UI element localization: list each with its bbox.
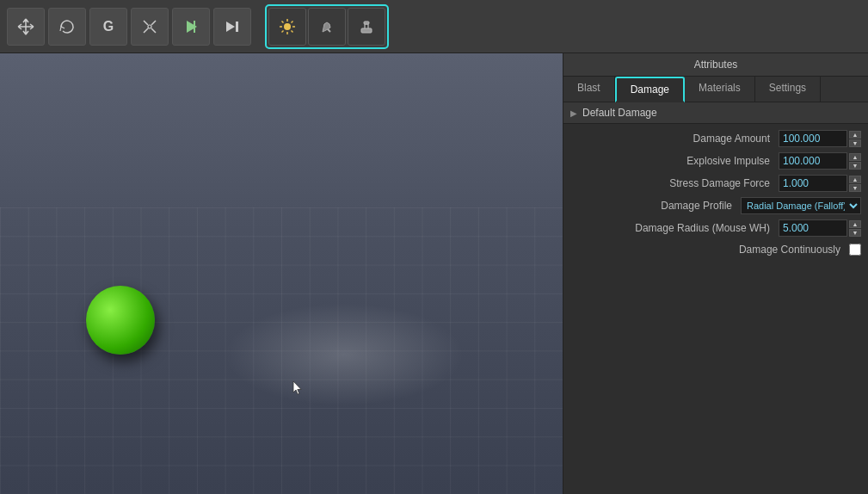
attributes-tabs: Blast Damage Materials Settings — [563, 77, 868, 102]
stamp-tool-button[interactable] — [348, 8, 385, 46]
attributes-title: Attributes — [694, 59, 738, 71]
checkbox-damage-continuously[interactable] — [849, 244, 861, 256]
svg-line-12 — [292, 21, 293, 22]
svg-rect-15 — [364, 22, 369, 24]
viewport[interactable] — [0, 53, 563, 494]
spin-dn-explosive-impulse[interactable]: ▼ — [849, 162, 861, 170]
spin-up-damage-amount[interactable]: ▲ — [849, 131, 861, 139]
svg-line-13 — [282, 30, 284, 32]
spin-dn-damage-amount[interactable]: ▼ — [849, 139, 861, 147]
field-damage-radius: Damage Radius (Mouse WH) ▲ ▼ — [563, 217, 868, 239]
spin-up-stress-damage-force[interactable]: ▲ — [849, 176, 861, 183]
green-sphere — [86, 286, 155, 355]
input-wrap-damage-amount: ▲ ▼ — [779, 130, 861, 147]
input-damage-radius[interactable] — [779, 219, 847, 237]
spin-up-explosive-impulse[interactable]: ▲ — [849, 153, 861, 161]
transform-tool-button[interactable] — [131, 8, 169, 46]
svg-marker-1 — [187, 21, 197, 33]
label-damage-radius: Damage Radius (Mouse WH) — [570, 222, 779, 234]
field-damage-amount: Damage Amount ▲ ▼ — [563, 127, 868, 150]
tab-materials[interactable]: Materials — [685, 77, 755, 102]
attribute-fields: Damage Amount ▲ ▼ Explosive Impulse — [563, 124, 868, 263]
input-wrap-damage-profile: Radial Damage (Falloff) Uniform Damage D… — [741, 197, 861, 214]
svg-rect-14 — [361, 28, 372, 33]
spin-damage-radius: ▲ ▼ — [849, 220, 861, 237]
spin-stress-damage-force: ▲ ▼ — [849, 176, 861, 192]
section-header-default-damage: ▶ Default Damage — [563, 102, 868, 124]
field-stress-damage-force: Stress Damage Force ▲ ▼ — [563, 172, 868, 195]
input-wrap-damage-continuously — [849, 244, 861, 256]
attributes-header: Attributes — [563, 53, 868, 77]
tab-settings[interactable]: Settings — [755, 77, 821, 102]
tab-blast[interactable]: Blast — [563, 77, 615, 102]
svg-line-11 — [292, 30, 293, 32]
label-damage-continuously: Damage Continuously — [570, 244, 849, 256]
input-wrap-stress-damage-force: ▲ ▼ — [779, 175, 861, 192]
tab-damage[interactable]: Damage — [615, 77, 685, 102]
scale-tool-button[interactable]: G — [89, 8, 127, 46]
input-explosive-impulse[interactable] — [779, 152, 847, 170]
field-damage-continuously: Damage Continuously — [563, 239, 868, 260]
input-damage-amount[interactable] — [779, 130, 847, 147]
label-damage-profile: Damage Profile — [570, 200, 741, 212]
svg-line-10 — [282, 21, 284, 22]
play-button[interactable] — [172, 8, 210, 46]
toolbar: G — [0, 0, 868, 53]
svg-rect-4 — [236, 22, 238, 32]
label-stress-damage-force: Stress Damage Force — [570, 177, 779, 189]
spin-dn-stress-damage-force[interactable]: ▼ — [849, 184, 861, 192]
attributes-panel: Attributes Blast Damage Materials Settin… — [563, 53, 868, 494]
section-arrow-icon: ▶ — [570, 108, 577, 118]
rotate-tool-button[interactable] — [48, 8, 86, 46]
sun-tool-button[interactable] — [268, 8, 306, 46]
move-tool-button[interactable] — [7, 8, 45, 46]
field-explosive-impulse: Explosive Impulse ▲ ▼ — [563, 150, 868, 172]
svg-rect-2 — [194, 21, 195, 33]
main-area: Attributes Blast Damage Materials Settin… — [0, 53, 868, 494]
spin-dn-damage-radius[interactable]: ▼ — [849, 229, 861, 237]
input-wrap-damage-radius: ▲ ▼ — [779, 219, 861, 237]
select-damage-profile[interactable]: Radial Damage (Falloff) Uniform Damage D… — [741, 197, 861, 214]
svg-marker-3 — [226, 22, 235, 32]
input-stress-damage-force[interactable] — [779, 175, 847, 192]
svg-point-0 — [148, 25, 151, 28]
section-title: Default Damage — [582, 107, 657, 119]
skip-forward-button[interactable] — [213, 8, 251, 46]
label-explosive-impulse: Explosive Impulse — [570, 155, 779, 167]
spin-damage-amount: ▲ ▼ — [849, 131, 861, 147]
glow-effect — [224, 303, 465, 406]
field-damage-profile: Damage Profile Radial Damage (Falloff) U… — [563, 195, 868, 217]
special-tools-group — [265, 4, 389, 49]
spin-explosive-impulse: ▲ ▼ — [849, 153, 861, 170]
paint-tool-button[interactable] — [308, 8, 346, 46]
svg-point-5 — [284, 23, 291, 30]
spin-up-damage-radius[interactable]: ▲ — [849, 220, 861, 228]
input-wrap-explosive-impulse: ▲ ▼ — [779, 152, 861, 170]
label-damage-amount: Damage Amount — [570, 133, 779, 145]
